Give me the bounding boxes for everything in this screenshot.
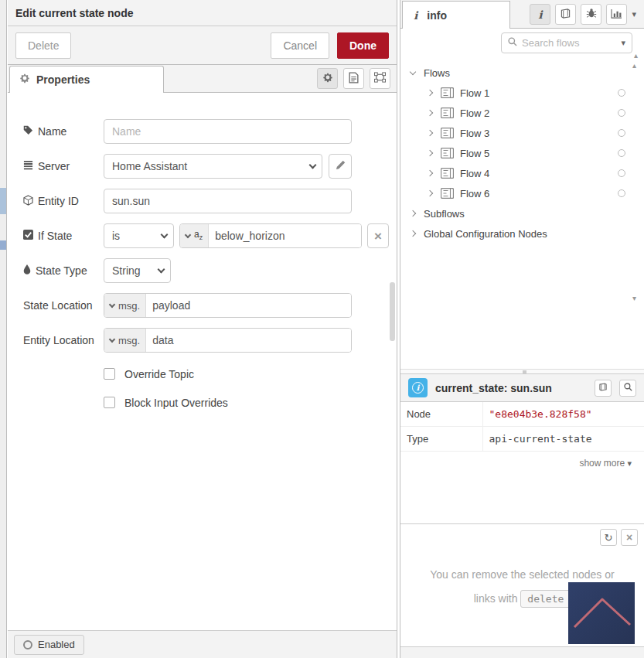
tree-item-flow[interactable]: Flow 5 xyxy=(407,143,644,163)
sidebar-context-button[interactable] xyxy=(606,4,627,25)
tree-item-flow[interactable]: Flow 1 xyxy=(407,83,644,103)
flow-status-circle[interactable] xyxy=(618,189,625,197)
block-input-overrides-checkbox[interactable] xyxy=(104,397,115,408)
info-icon: i xyxy=(414,9,417,22)
cancel-button[interactable]: Cancel xyxy=(271,32,329,59)
prop-value-node-type: api-current-state xyxy=(482,427,644,452)
form-row-entity-location: Entity Location msg. xyxy=(23,328,397,353)
table-row: Type api-current-state xyxy=(400,427,644,452)
flow-status-circle[interactable] xyxy=(618,89,625,97)
if-state-type-button[interactable]: az xyxy=(180,224,209,247)
override-topic-row: Override Topic xyxy=(104,367,397,380)
if-state-label: If State xyxy=(38,230,72,242)
tree-item-subflows[interactable]: Subflows xyxy=(407,203,644,223)
node-settings-button[interactable] xyxy=(317,68,338,89)
node-search-button[interactable] xyxy=(619,380,636,397)
prop-key: Node xyxy=(400,402,482,427)
server-select[interactable]: Home Assistant xyxy=(104,154,322,179)
close-icon: × xyxy=(374,230,382,243)
node-enabled-toggle[interactable]: Enabled xyxy=(14,635,84,655)
tray-scrollbar-thumb[interactable] xyxy=(390,282,395,341)
delete-button[interactable]: Delete xyxy=(15,32,71,59)
name-input[interactable] xyxy=(104,119,352,144)
flow-status-circle[interactable] xyxy=(618,149,625,157)
entity-id-label-group: Entity ID xyxy=(23,195,104,208)
search-icon xyxy=(624,382,632,394)
droplet-icon xyxy=(23,264,31,277)
tree-item-flow[interactable]: Flow 2 xyxy=(407,103,644,123)
flow-status-circle[interactable] xyxy=(618,109,625,117)
state-type-label-group: State Type xyxy=(23,264,104,277)
sidebar-menu-caret[interactable]: ▾ xyxy=(632,9,636,19)
tab-properties[interactable]: Properties xyxy=(9,66,164,93)
sidebar-tab-bar: i info i xyxy=(400,0,644,29)
scroll-down-icon[interactable]: ▾ xyxy=(632,294,636,302)
if-state-operator-select[interactable]: is xyxy=(104,223,174,248)
scroll-up-icon[interactable]: ▴ xyxy=(632,61,636,70)
tag-icon xyxy=(23,125,33,138)
state-type-value: String xyxy=(112,264,158,277)
clear-if-state-button[interactable]: × xyxy=(367,223,389,248)
node-help-button[interactable] xyxy=(595,380,612,397)
table-row: Node "e8e04b3e.828f58" xyxy=(400,402,644,427)
cube-icon xyxy=(23,195,33,208)
form-row-name: Name xyxy=(23,119,397,144)
pencil-icon xyxy=(336,160,346,172)
tray-toolbar: Delete Cancel Done xyxy=(8,26,397,65)
done-button[interactable]: Done xyxy=(337,32,389,59)
tree-item-global-config[interactable]: Global Configuration Nodes xyxy=(407,223,644,244)
scroll-up-icon[interactable]: ▴ xyxy=(634,51,638,60)
show-more-label: show more xyxy=(579,458,625,469)
search-options-caret[interactable]: ▾ xyxy=(621,38,625,48)
sidebar-tab-actions: i ▾ xyxy=(530,4,636,25)
sidebar-info-button[interactable]: i xyxy=(530,4,550,25)
tab-info[interactable]: i info xyxy=(402,1,510,29)
edit-tab-bar: Properties xyxy=(8,65,397,93)
edit-server-button[interactable] xyxy=(329,154,352,179)
chevron-down-icon: ▾ xyxy=(627,459,632,468)
close-tips-button[interactable]: × xyxy=(621,529,638,546)
tips-actions: ↻ × xyxy=(600,529,638,546)
flow-icon xyxy=(441,168,454,179)
entity-location-input[interactable] xyxy=(146,329,351,352)
server-label-group: Server xyxy=(23,160,104,172)
chevron-right-icon xyxy=(410,230,416,237)
tree-item-flows[interactable]: Flows xyxy=(407,63,644,83)
flow-status-circle[interactable] xyxy=(618,129,625,137)
chevron-right-icon xyxy=(410,210,416,216)
flows-group-label: Flows xyxy=(424,67,450,79)
check-square-icon xyxy=(23,230,33,242)
tray-header: Edit current state node xyxy=(8,0,397,26)
prop-key: Type xyxy=(400,427,482,452)
selected-node-header: i current_state: sun.sun xyxy=(400,374,644,402)
sidebar-help-button[interactable] xyxy=(555,4,576,25)
tab-properties-label: Properties xyxy=(36,73,90,86)
tree-item-flow[interactable]: Flow 4 xyxy=(407,163,644,183)
state-location-type-button[interactable]: msg. xyxy=(104,294,146,317)
tab-info-label: info xyxy=(427,9,447,22)
entity-location-type-button[interactable]: msg. xyxy=(104,329,146,352)
node-description-button[interactable] xyxy=(343,68,364,89)
form-row-server: Server Home Assistant xyxy=(23,154,397,179)
sidebar-debug-button[interactable] xyxy=(581,4,601,25)
tree-item-flow[interactable]: Flow 3 xyxy=(407,123,644,143)
flow-label: Flow 2 xyxy=(460,107,489,119)
state-type-label: State Type xyxy=(36,264,87,277)
entity-id-input[interactable] xyxy=(104,189,352,213)
flows-tree: ▴ Flows Flow 1 Flow 2 Flow 3 xyxy=(400,56,644,304)
state-type-select[interactable]: String xyxy=(104,258,171,283)
sidebar-splitter[interactable] xyxy=(400,369,644,374)
gear-icon xyxy=(322,72,333,85)
tree-item-flow[interactable]: Flow 6 xyxy=(407,183,644,203)
flow-icon xyxy=(441,148,454,159)
flow-status-circle[interactable] xyxy=(618,169,625,177)
state-location-input[interactable] xyxy=(146,294,351,317)
prop-value-node-id: "e8e04b3e.828f58" xyxy=(482,402,644,427)
override-topic-checkbox[interactable] xyxy=(104,368,115,380)
search-input[interactable] xyxy=(522,37,616,49)
show-more-link[interactable]: show more ▾ xyxy=(400,452,644,475)
info-sidebar: i info i xyxy=(400,0,644,658)
refresh-tip-button[interactable]: ↻ xyxy=(600,529,617,546)
if-state-value-input[interactable] xyxy=(209,224,361,247)
node-appearance-button[interactable] xyxy=(370,68,390,89)
